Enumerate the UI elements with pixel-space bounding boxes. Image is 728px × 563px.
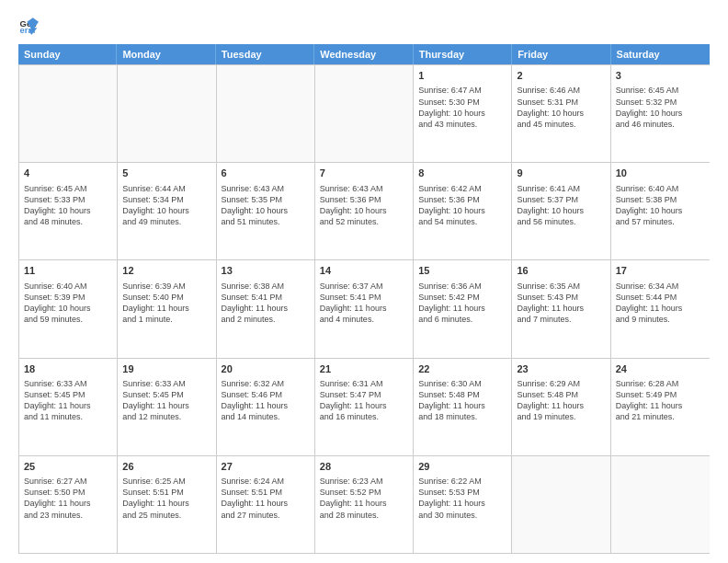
cal-cell: 21Sunrise: 6:31 AM Sunset: 5:47 PM Dayli… [315,359,414,455]
cell-info: Sunrise: 6:35 AM Sunset: 5:43 PM Dayligh… [517,281,605,326]
cal-cell: 15Sunrise: 6:36 AM Sunset: 5:42 PM Dayli… [414,260,512,357]
day-number: 28 [320,460,408,474]
day-number: 12 [122,264,210,278]
header-cell-tuesday: Tuesday [216,44,314,64]
day-number: 19 [122,362,210,376]
cal-cell [217,65,315,162]
day-number: 9 [517,167,605,180]
cal-row-2: 4Sunrise: 6:45 AM Sunset: 5:33 PM Daylig… [19,163,710,260]
cell-info: Sunrise: 6:33 AM Sunset: 5:45 PM Dayligh… [24,378,112,423]
cell-info: Sunrise: 6:43 AM Sunset: 5:35 PM Dayligh… [222,183,310,228]
calendar: SundayMondayTuesdayWednesdayThursdayFrid… [18,44,710,554]
cell-info: Sunrise: 6:47 AM Sunset: 5:30 PM Dayligh… [418,85,506,130]
cal-cell: 10Sunrise: 6:40 AM Sunset: 5:38 PM Dayli… [611,163,710,259]
cal-cell [118,65,216,162]
cal-cell: 14Sunrise: 6:37 AM Sunset: 5:41 PM Dayli… [315,260,414,357]
cell-info: Sunrise: 6:27 AM Sunset: 5:50 PM Dayligh… [24,476,112,521]
cal-cell [315,65,414,162]
cal-cell: 18Sunrise: 6:33 AM Sunset: 5:45 PM Dayli… [19,359,118,455]
cell-info: Sunrise: 6:45 AM Sunset: 5:32 PM Dayligh… [616,85,705,130]
day-number: 21 [320,362,408,376]
cell-info: Sunrise: 6:22 AM Sunset: 5:53 PM Dayligh… [418,476,506,521]
day-number: 4 [24,167,112,180]
cal-cell: 13Sunrise: 6:38 AM Sunset: 5:41 PM Dayli… [217,260,315,357]
calendar-header: SundayMondayTuesdayWednesdayThursdayFrid… [18,44,710,64]
day-number: 18 [24,362,112,376]
cell-info: Sunrise: 6:33 AM Sunset: 5:45 PM Dayligh… [122,378,210,423]
header-cell-thursday: Thursday [414,44,512,64]
cell-info: Sunrise: 6:40 AM Sunset: 5:38 PM Dayligh… [616,183,705,228]
day-number: 11 [24,264,112,278]
day-number: 3 [616,69,705,83]
cal-row-1: 1Sunrise: 6:47 AM Sunset: 5:30 PM Daylig… [19,65,710,163]
cal-cell: 11Sunrise: 6:40 AM Sunset: 5:39 PM Dayli… [19,260,118,357]
header-cell-friday: Friday [512,44,610,64]
cal-cell: 9Sunrise: 6:41 AM Sunset: 5:37 PM Daylig… [512,163,610,259]
cell-info: Sunrise: 6:28 AM Sunset: 5:49 PM Dayligh… [616,378,705,423]
cal-cell: 2Sunrise: 6:46 AM Sunset: 5:31 PM Daylig… [512,65,610,162]
header-cell-saturday: Saturday [611,44,710,64]
cal-cell: 23Sunrise: 6:29 AM Sunset: 5:48 PM Dayli… [512,359,610,455]
day-number: 15 [418,264,506,278]
day-number: 1 [418,69,506,83]
cell-info: Sunrise: 6:37 AM Sunset: 5:41 PM Dayligh… [320,281,408,326]
cell-info: Sunrise: 6:38 AM Sunset: 5:41 PM Dayligh… [222,281,310,326]
day-number: 2 [517,69,605,83]
cal-cell: 8Sunrise: 6:42 AM Sunset: 5:36 PM Daylig… [414,163,512,259]
day-number: 17 [616,264,705,278]
cal-cell: 3Sunrise: 6:45 AM Sunset: 5:32 PM Daylig… [611,65,710,162]
cal-row-5: 25Sunrise: 6:27 AM Sunset: 5:50 PM Dayli… [19,456,710,554]
day-number: 6 [222,167,310,180]
cell-info: Sunrise: 6:42 AM Sunset: 5:36 PM Dayligh… [418,183,506,228]
cal-cell: 19Sunrise: 6:33 AM Sunset: 5:45 PM Dayli… [118,359,216,455]
cell-info: Sunrise: 6:41 AM Sunset: 5:37 PM Dayligh… [517,183,605,228]
cell-info: Sunrise: 6:30 AM Sunset: 5:48 PM Dayligh… [418,378,506,423]
cell-info: Sunrise: 6:36 AM Sunset: 5:42 PM Dayligh… [418,281,506,326]
day-number: 24 [616,362,705,376]
cell-info: Sunrise: 6:23 AM Sunset: 5:52 PM Dayligh… [320,476,408,521]
day-number: 16 [517,264,605,278]
cell-info: Sunrise: 6:44 AM Sunset: 5:34 PM Dayligh… [122,183,210,228]
day-number: 8 [418,167,506,180]
day-number: 29 [418,460,506,474]
cell-info: Sunrise: 6:29 AM Sunset: 5:48 PM Dayligh… [517,378,605,423]
cal-row-3: 11Sunrise: 6:40 AM Sunset: 5:39 PM Dayli… [19,260,710,358]
day-number: 20 [222,362,310,376]
cal-cell [512,456,610,553]
header-cell-wednesday: Wednesday [314,44,413,64]
cell-info: Sunrise: 6:39 AM Sunset: 5:40 PM Dayligh… [122,281,210,326]
cal-cell: 20Sunrise: 6:32 AM Sunset: 5:46 PM Dayli… [217,359,315,455]
day-number: 10 [616,167,705,180]
cal-cell: 29Sunrise: 6:22 AM Sunset: 5:53 PM Dayli… [414,456,512,553]
cell-info: Sunrise: 6:43 AM Sunset: 5:36 PM Dayligh… [320,183,408,228]
cal-row-4: 18Sunrise: 6:33 AM Sunset: 5:45 PM Dayli… [19,359,710,456]
day-number: 26 [122,460,210,474]
cell-info: Sunrise: 6:24 AM Sunset: 5:51 PM Dayligh… [222,476,310,521]
cal-cell: 28Sunrise: 6:23 AM Sunset: 5:52 PM Dayli… [315,456,414,553]
cal-cell: 25Sunrise: 6:27 AM Sunset: 5:50 PM Dayli… [19,456,118,553]
cal-cell: 4Sunrise: 6:45 AM Sunset: 5:33 PM Daylig… [19,163,118,259]
cal-cell: 22Sunrise: 6:30 AM Sunset: 5:48 PM Dayli… [414,359,512,455]
cal-cell: 24Sunrise: 6:28 AM Sunset: 5:49 PM Dayli… [611,359,710,455]
cal-cell: 26Sunrise: 6:25 AM Sunset: 5:51 PM Dayli… [118,456,216,553]
cal-cell: 6Sunrise: 6:43 AM Sunset: 5:35 PM Daylig… [217,163,315,259]
cell-info: Sunrise: 6:40 AM Sunset: 5:39 PM Dayligh… [24,281,112,326]
cal-cell: 16Sunrise: 6:35 AM Sunset: 5:43 PM Dayli… [512,260,610,357]
cell-info: Sunrise: 6:31 AM Sunset: 5:47 PM Dayligh… [320,378,408,423]
cal-cell: 27Sunrise: 6:24 AM Sunset: 5:51 PM Dayli… [217,456,315,553]
cal-cell: 7Sunrise: 6:43 AM Sunset: 5:36 PM Daylig… [315,163,414,259]
day-number: 22 [418,362,506,376]
day-number: 7 [320,167,408,180]
cell-info: Sunrise: 6:32 AM Sunset: 5:46 PM Dayligh… [222,378,310,423]
cell-info: Sunrise: 6:25 AM Sunset: 5:51 PM Dayligh… [122,476,210,521]
logo: Gen eral [18,15,42,35]
cal-cell [611,456,710,553]
cal-cell: 17Sunrise: 6:34 AM Sunset: 5:44 PM Dayli… [611,260,710,357]
day-number: 5 [122,167,210,180]
header-cell-sunday: Sunday [18,44,117,64]
day-number: 23 [517,362,605,376]
day-number: 14 [320,264,408,278]
day-number: 25 [24,460,112,474]
day-number: 13 [222,264,310,278]
cell-info: Sunrise: 6:45 AM Sunset: 5:33 PM Dayligh… [24,183,112,228]
